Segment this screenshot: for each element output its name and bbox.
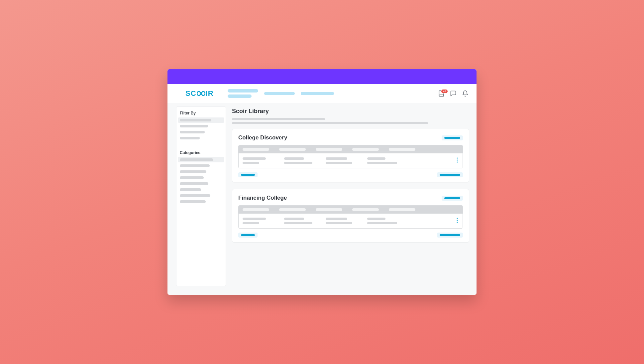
filter-sidebar: Filter By Categories: [176, 106, 226, 286]
card-title: Financing College: [238, 195, 287, 201]
library-card-college-discovery: College Discovery: [232, 129, 469, 182]
sidebar-divider: [176, 145, 226, 145]
svg-point-2: [457, 161, 458, 162]
card-action-chip[interactable]: [442, 196, 463, 201]
table-row[interactable]: [239, 214, 463, 228]
card-footer-action-right[interactable]: [437, 172, 463, 177]
category-item[interactable]: [180, 200, 222, 203]
row-kebab-menu[interactable]: [457, 218, 459, 223]
category-item[interactable]: [180, 164, 222, 167]
page-description: [232, 118, 469, 124]
svg-point-5: [457, 222, 458, 223]
card-footer-action-right[interactable]: [437, 233, 463, 238]
row-kebab-menu[interactable]: [457, 157, 459, 163]
category-item[interactable]: [180, 176, 222, 179]
filter-by-heading: Filter By: [180, 111, 222, 115]
infinity-icon: [197, 91, 205, 96]
filter-item[interactable]: [180, 131, 222, 133]
category-item[interactable]: [180, 188, 222, 191]
filter-item[interactable]: [180, 125, 222, 127]
filter-list: [180, 119, 222, 139]
header-actions: 42: [438, 90, 469, 97]
app-window: SC IR 42: [167, 69, 477, 295]
category-item[interactable]: [180, 194, 222, 197]
table-row[interactable]: [239, 153, 463, 168]
library-card-financing-college: Financing College: [232, 189, 469, 243]
window-title-bar: [167, 69, 477, 84]
chat-icon[interactable]: [450, 90, 457, 97]
card-action-chip[interactable]: [442, 135, 463, 140]
category-list: [180, 158, 222, 203]
main-content: Scoir Library College Discovery: [226, 103, 477, 295]
card-table: [238, 145, 463, 168]
filter-item[interactable]: [180, 137, 222, 139]
card-title: College Discovery: [238, 134, 287, 141]
card-table: [238, 205, 463, 229]
app-body: Filter By Categories Scoir Libra: [167, 103, 477, 295]
svg-point-3: [457, 218, 458, 219]
table-header: [239, 145, 463, 153]
bell-icon[interactable]: [462, 90, 469, 97]
svg-point-4: [457, 220, 458, 221]
filter-item[interactable]: [178, 117, 224, 123]
page-title: Scoir Library: [232, 108, 469, 115]
table-header: [239, 206, 463, 214]
category-item[interactable]: [180, 170, 222, 173]
brand-logo-text-left: SC: [185, 89, 196, 98]
app-header: SC IR 42: [167, 84, 477, 103]
svg-point-0: [457, 157, 458, 158]
library-icon[interactable]: 42: [438, 90, 445, 97]
card-footer-action-left[interactable]: [238, 233, 258, 238]
nav-item[interactable]: [301, 92, 334, 95]
brand-logo[interactable]: SC IR: [185, 89, 214, 98]
card-footer-action-left[interactable]: [238, 172, 258, 177]
category-item[interactable]: [178, 157, 224, 162]
categories-heading: Categories: [180, 150, 222, 155]
nav-item[interactable]: [264, 92, 295, 95]
brand-logo-text-right: IR: [206, 89, 214, 98]
svg-point-1: [457, 159, 458, 160]
nav-item-active[interactable]: [228, 89, 258, 98]
notification-badge: 42: [441, 89, 448, 93]
primary-nav: [228, 89, 334, 98]
category-item[interactable]: [180, 182, 222, 185]
